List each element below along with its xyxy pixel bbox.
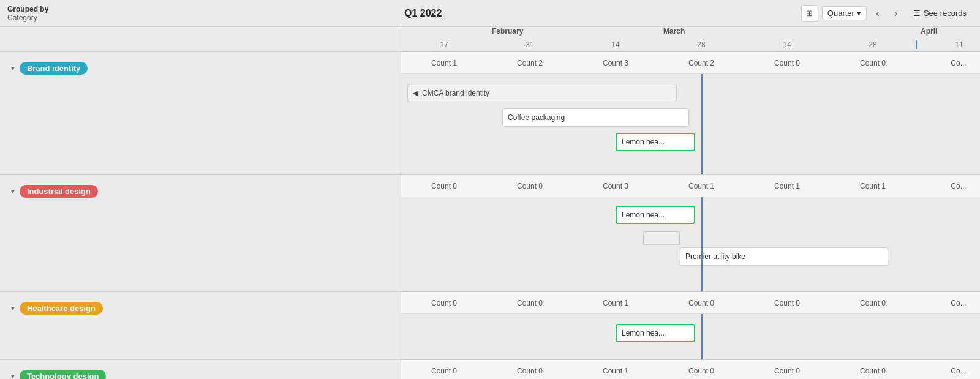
industrial-today-line	[701, 197, 703, 291]
next-period-button[interactable]: ›	[889, 6, 903, 21]
healthcare-design-bars: Lemon hea...	[401, 314, 980, 359]
technology-count-3: Count 1	[573, 367, 658, 375]
technology-count-6: Count 0	[830, 367, 916, 375]
brand-identity-gantt: Count 1 Count 2 Count 3 Count 2 Count 0 …	[401, 52, 980, 174]
brand-identity-header: ▼ Brand identity	[10, 62, 391, 75]
technology-count-1: Count 0	[401, 367, 487, 375]
brand-identity-count-row: Count 1 Count 2 Count 3 Count 2 Count 0 …	[401, 52, 980, 74]
brand-lemon-bar[interactable]: Lemon hea...	[616, 133, 695, 151]
healthcare-count-5: Count 0	[744, 299, 830, 307]
healthcare-design-gantt: Count 0 Count 0 Count 1 Count 0 Count 0 …	[401, 292, 980, 359]
brand-identity-sidebar: ▼ Brand identity	[0, 52, 401, 174]
coffee-packaging-label: Coffee packaging	[508, 113, 565, 122]
prev-period-button[interactable]: ‹	[870, 6, 885, 21]
period-label: Q1 2022	[404, 8, 442, 19]
brand-identity-expand-arrow[interactable]: ▼	[10, 65, 16, 72]
technology-design-sidebar: ▼ Technology design	[0, 360, 401, 379]
healthcare-design-expand-arrow[interactable]: ▼	[10, 305, 16, 312]
today-line	[701, 74, 703, 174]
industrial-design-badge[interactable]: Industrial design	[20, 185, 98, 198]
industrial-count-row: Count 0 Count 0 Count 3 Count 1 Count 1 …	[401, 175, 980, 197]
see-records-button[interactable]: ☰ See records	[907, 6, 973, 20]
technology-count-4: Count 0	[658, 367, 744, 375]
technology-count-7: Co...	[916, 367, 980, 375]
healthcare-today-line	[701, 314, 703, 359]
industrial-small-bar[interactable]	[643, 231, 680, 245]
brand-count-1: Count 1	[401, 59, 487, 67]
date-header: 17 February 31 14 March 28	[0, 27, 980, 52]
brand-count-5: Count 0	[744, 59, 830, 67]
week-11-apr-label: 11	[916, 40, 980, 49]
technology-design-gantt: Count 0 Count 0 Count 1 Count 0 Count 0 …	[401, 360, 980, 379]
grouped-by-info: Grouped by Category	[7, 5, 48, 22]
healthcare-design-sidebar: ▼ Healthcare design	[0, 292, 401, 359]
technology-count-5: Count 0	[744, 367, 830, 375]
industrial-count-5: Count 1	[744, 182, 830, 190]
week-28-mar-label: 28	[658, 40, 744, 49]
week-17-label: 17	[401, 40, 487, 49]
healthcare-count-6: Count 0	[830, 299, 916, 307]
march-block: March 28 14 28	[658, 27, 916, 49]
industrial-count-4: Count 1	[658, 182, 744, 190]
technology-design-section: ▼ Technology design Count 0 Count 0 Coun…	[0, 360, 980, 379]
healthcare-lemon-label: Lemon hea...	[622, 329, 665, 337]
sidebar-spacer	[0, 27, 401, 51]
week-14-feb-label: 14	[573, 40, 658, 49]
industrial-design-gantt: Count 0 Count 0 Count 3 Count 1 Count 1 …	[401, 175, 980, 291]
healthcare-count-3: Count 1	[573, 299, 658, 307]
industrial-design-expand-arrow[interactable]: ▼	[10, 188, 16, 195]
cmca-brand-label: CMCA brand identity	[422, 89, 489, 97]
list-icon: ☰	[913, 9, 921, 18]
healthcare-design-header: ▼ Healthcare design	[10, 302, 391, 315]
healthcare-lemon-bar[interactable]: Lemon hea...	[616, 324, 695, 342]
week-col-17: 17	[401, 40, 487, 49]
week-14-mar-label: 14	[744, 40, 830, 49]
healthcare-count-row: Count 0 Count 0 Count 1 Count 0 Count 0 …	[401, 292, 980, 314]
healthcare-count-2: Count 0	[487, 299, 573, 307]
grid-view-button[interactable]: ⊞	[801, 5, 818, 22]
grid-icon: ⊞	[806, 9, 813, 18]
healthcare-count-1: Count 0	[401, 299, 487, 307]
industrial-count-2: Count 0	[487, 182, 573, 190]
technology-design-expand-arrow[interactable]: ▼	[10, 373, 16, 379]
brand-count-2: Count 2	[487, 59, 573, 67]
technology-design-badge[interactable]: Technology design	[20, 370, 107, 379]
coffee-packaging-bar[interactable]: Coffee packaging	[502, 108, 689, 127]
industrial-design-bars: Lemon hea... Premier utility bike	[401, 197, 980, 291]
industrial-count-1: Count 0	[401, 182, 487, 190]
industrial-design-header: ▼ Industrial design	[10, 185, 391, 198]
healthcare-count-7: Co...	[916, 299, 980, 307]
cmca-brand-bar[interactable]: ◀ CMCA brand identity	[407, 84, 677, 102]
week-28-mar2-label: 28	[830, 40, 916, 49]
april-weeks: 11	[916, 40, 980, 49]
technology-count-2: Count 0	[487, 367, 573, 375]
grouped-by-value: Category	[7, 13, 48, 22]
healthcare-design-badge[interactable]: Healthcare design	[20, 302, 103, 315]
healthcare-design-section: ▼ Healthcare design Count 0 Count 0 Coun…	[0, 292, 980, 360]
brand-count-6: Count 0	[830, 59, 916, 67]
april-label: April	[916, 27, 980, 40]
quarter-label: Quarter	[827, 9, 854, 18]
brand-count-3: Count 3	[573, 59, 658, 67]
february-label: February	[487, 27, 658, 40]
see-records-label: See records	[924, 9, 967, 18]
march-label: March	[658, 27, 916, 40]
brand-identity-badge[interactable]: Brand identity	[20, 62, 88, 75]
grouped-by-label: Grouped by	[7, 5, 48, 13]
arrow-left-icon: ◀	[413, 89, 418, 97]
industrial-count-6: Count 1	[830, 182, 916, 190]
industrial-count-3: Count 3	[573, 182, 658, 190]
premier-utility-bar[interactable]: Premier utility bike	[680, 247, 888, 266]
quarter-selector[interactable]: Quarter ▾	[822, 6, 867, 20]
date-columns: 17 February 31 14 March 28	[401, 27, 980, 51]
main-layout: 17 February 31 14 March 28	[0, 27, 980, 379]
premier-utility-label: Premier utility bike	[685, 252, 745, 261]
brand-count-7: Co...	[916, 59, 980, 67]
technology-design-header: ▼ Technology design	[10, 370, 391, 379]
february-block: February 31 14	[487, 27, 658, 49]
app-container: Grouped by Category Q1 2022 ⊞ Quarter ▾ …	[0, 0, 980, 379]
week-31-label: 31	[487, 40, 573, 49]
february-weeks: 31 14	[487, 40, 658, 49]
top-bar: Grouped by Category Q1 2022 ⊞ Quarter ▾ …	[0, 0, 980, 27]
industrial-lemon-bar[interactable]: Lemon hea...	[616, 206, 695, 224]
